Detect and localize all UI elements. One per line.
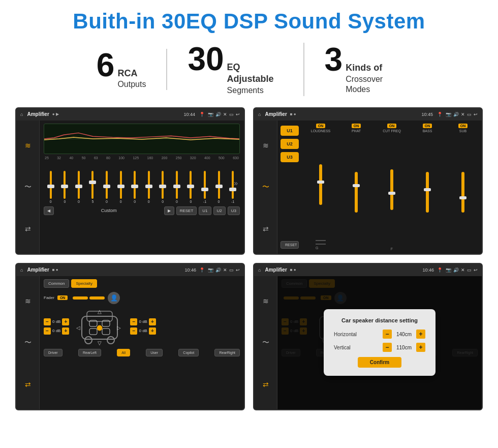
- car-diagram: △ ▽ ◁ ▷: [74, 306, 125, 347]
- cutfreq-label: CUT FREQ: [383, 129, 401, 133]
- crossover-u-buttons: U1 U2 U3 RESET: [277, 121, 302, 254]
- slider-1: 0: [46, 171, 55, 203]
- crossover-u3-btn[interactable]: U3: [281, 152, 299, 162]
- dialog-confirm-area: Confirm: [334, 357, 425, 368]
- db-plus-bl[interactable]: +: [62, 327, 69, 335]
- reset-btn[interactable]: RESET: [176, 206, 197, 215]
- minimize-icon: ▭: [229, 112, 234, 117]
- loudness-slider[interactable]: [319, 164, 322, 205]
- sc-time-crossover: 10:45: [421, 112, 433, 117]
- fader-slider-1[interactable]: [73, 296, 88, 300]
- rearright-btn[interactable]: RearRight: [214, 349, 240, 356]
- distance-sidebar: ≋ 〜 ⇄: [254, 276, 277, 409]
- slider-12: -1: [200, 171, 209, 203]
- sidebar-wave-icon[interactable]: 〜: [21, 180, 35, 194]
- copilot-btn[interactable]: Copilot: [178, 349, 199, 356]
- db-minus-tl[interactable]: −: [44, 318, 51, 325]
- tab-common[interactable]: Common: [44, 279, 69, 288]
- sc-title-fader: Amplifier: [27, 267, 49, 273]
- u1-btn[interactable]: U1: [199, 206, 211, 215]
- horizontal-minus-btn[interactable]: −: [383, 330, 392, 339]
- home-icon-3: ⌂: [20, 267, 23, 273]
- db-plus-tr[interactable]: +: [149, 318, 156, 325]
- svg-rect-11: [102, 328, 110, 335]
- dialog-horizontal-row: Horizontal − 140cm +: [334, 330, 425, 339]
- db-minus-bl[interactable]: −: [44, 327, 51, 335]
- bass-on-badge: ON: [423, 124, 432, 128]
- svg-rect-10: [89, 328, 97, 335]
- eq-next-btn[interactable]: ▶: [164, 206, 174, 215]
- vertical-value: 110cm: [394, 345, 414, 350]
- all-btn[interactable]: All: [117, 349, 130, 356]
- horizontal-plus-btn[interactable]: +: [416, 330, 425, 339]
- u3-btn[interactable]: U3: [228, 206, 240, 215]
- sidebar-wave-icon-4[interactable]: 〜: [259, 336, 273, 350]
- sidebar-wave-icon-3[interactable]: 〜: [21, 336, 35, 350]
- tab-specialty[interactable]: Specialty: [71, 279, 97, 288]
- db-value-tl: 0 dB: [52, 319, 60, 324]
- db-plus-tl[interactable]: +: [62, 318, 69, 325]
- more-sliders-icon[interactable]: »: [234, 179, 238, 187]
- sub-slider[interactable]: [461, 172, 464, 213]
- crossover-channels: ON LOUDNESS G ON: [302, 121, 482, 254]
- dialog-vertical-row: Vertical − 110cm +: [334, 343, 425, 352]
- db-minus-br[interactable]: −: [130, 327, 137, 335]
- sidebar-speaker-icon-3[interactable]: ⇄: [21, 377, 35, 392]
- channel-phat: ON PHAT: [339, 124, 373, 251]
- db-control-bl: − 0 dB +: [44, 327, 69, 335]
- eq-graph: [44, 124, 240, 154]
- stat-eq-number: 30: [188, 43, 224, 75]
- page-title: Buith-in 30EQ DSP Sound System: [15, 9, 483, 34]
- svg-point-12: [97, 325, 102, 331]
- sc-time-distance: 10:46: [422, 267, 434, 273]
- screenshot-distance: ⌂ Amplifier ■ ● 10:46 📍 📷🔊✕▭↩ ≋ 〜 ⇄: [253, 263, 483, 410]
- profile-icon[interactable]: 👤: [108, 292, 120, 304]
- fader-label: Fader: [44, 295, 54, 300]
- crossover-u1-btn[interactable]: U1: [281, 126, 299, 136]
- channel-sub: ON SUB: [446, 124, 480, 251]
- crossover-reset-btn[interactable]: RESET: [281, 241, 299, 249]
- sidebar-eq-icon-4[interactable]: ≋: [259, 294, 273, 308]
- speaker-layout: − 0 dB + − 0 dB +: [44, 306, 240, 347]
- sidebar-eq-icon[interactable]: ≋: [21, 138, 35, 153]
- sidebar-wave-icon-2[interactable]: 〜: [259, 180, 273, 194]
- eq-prev-btn[interactable]: ◀: [44, 206, 54, 215]
- sidebar-eq-icon-2[interactable]: ≋: [259, 138, 273, 153]
- db-value-tr: 0 dB: [139, 319, 147, 324]
- bass-slider[interactable]: [426, 172, 429, 213]
- confirm-button[interactable]: Confirm: [358, 357, 401, 368]
- vertical-plus-btn[interactable]: +: [416, 343, 425, 352]
- u2-btn[interactable]: U2: [213, 206, 226, 215]
- fader-sidebar: ≋ 〜 ⇄: [16, 276, 40, 409]
- db-plus-br[interactable]: +: [149, 327, 156, 335]
- phat-slider[interactable]: [355, 172, 358, 213]
- vertical-minus-btn[interactable]: −: [383, 343, 392, 352]
- slider-8: 0: [144, 171, 153, 203]
- speaker-controls-left: − 0 dB + − 0 dB +: [44, 318, 69, 335]
- db-value-bl: 0 dB: [52, 328, 60, 333]
- slider-7: 0: [130, 171, 139, 203]
- volume-icon: 🔊: [215, 112, 221, 117]
- user-btn[interactable]: User: [146, 349, 163, 356]
- fader-on-badge: ON: [57, 295, 68, 300]
- sc-topbar-crossover: ⌂ Amplifier ■ ● 10:45 📍 📷🔊✕▭↩: [254, 108, 482, 121]
- db-control-br: − 0 dB +: [130, 327, 155, 335]
- fader-slider-2[interactable]: [89, 296, 105, 300]
- driver-btn[interactable]: Driver: [44, 349, 63, 356]
- close-icon: ✕: [223, 112, 227, 117]
- crossover-u2-btn[interactable]: U2: [281, 139, 299, 149]
- cutfreq-slider[interactable]: [390, 169, 393, 210]
- db-control-tl: − 0 dB +: [44, 318, 69, 325]
- sidebar-eq-icon-3[interactable]: ≋: [21, 294, 35, 308]
- slider-14: -1: [228, 171, 237, 203]
- rearleft-btn[interactable]: RearLeft: [78, 349, 101, 356]
- sidebar-speaker-icon[interactable]: ⇄: [21, 222, 35, 236]
- sidebar-speaker-icon-4[interactable]: ⇄: [259, 377, 273, 392]
- sc-title-distance: Amplifier: [265, 267, 287, 273]
- stat-crossover-number: 3: [325, 43, 343, 76]
- sidebar-speaker-icon-2[interactable]: ⇄: [259, 222, 273, 236]
- topbar-icons-eq: 📷 🔊 ✕ ▭ ↩: [208, 112, 240, 117]
- db-minus-tr[interactable]: −: [130, 318, 137, 325]
- bass-label: BASS: [423, 129, 432, 133]
- dialog-overlay: Car speaker distance setting Horizontal …: [277, 276, 482, 409]
